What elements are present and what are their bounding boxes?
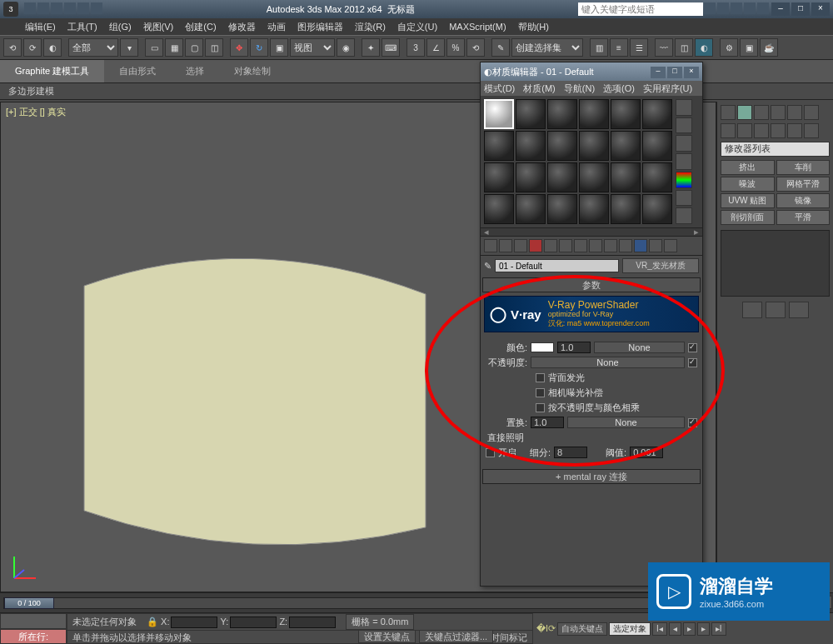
render-icon[interactable]: ☕: [760, 38, 778, 57]
select-icon[interactable]: ▭: [145, 38, 163, 57]
material-slot[interactable]: [579, 131, 609, 161]
menu-item[interactable]: 帮助(H): [518, 21, 549, 33]
time-slider-thumb[interactable]: 0 / 100: [4, 597, 54, 609]
material-slot[interactable]: [642, 131, 672, 161]
direct-on-checkbox[interactable]: [486, 448, 495, 457]
hierarchy-tab-icon[interactable]: [754, 105, 769, 120]
material-slot[interactable]: [611, 162, 641, 192]
show-end-result-icon[interactable]: [619, 239, 632, 252]
create-tab-icon[interactable]: [721, 105, 736, 120]
pivot-icon[interactable]: ◉: [337, 38, 355, 57]
material-slot-grid[interactable]: [484, 99, 672, 224]
window-crossing-icon[interactable]: ◫: [205, 38, 223, 57]
material-slot[interactable]: [611, 194, 641, 224]
region-rect-icon[interactable]: ▢: [185, 38, 203, 57]
unlink-icon[interactable]: ⟳: [23, 38, 42, 57]
background-icon[interactable]: [676, 135, 692, 152]
keyfilter-button[interactable]: 关键点过滤器...: [419, 630, 493, 643]
menu-item[interactable]: 组(G): [109, 21, 132, 33]
me-menu-item[interactable]: 导航(N): [564, 82, 595, 95]
color-map-button[interactable]: None: [594, 342, 685, 353]
prev-frame-icon[interactable]: ◂: [669, 622, 681, 636]
select-name-icon[interactable]: ▦: [165, 38, 183, 57]
go-parent-icon[interactable]: [634, 239, 647, 252]
qat[interactable]: [23, 2, 103, 16]
selection-scope-dropdown[interactable]: 全部: [68, 38, 118, 57]
material-slot[interactable]: [579, 99, 609, 129]
exposure-checkbox[interactable]: [536, 388, 545, 397]
move-icon[interactable]: ✥: [230, 38, 248, 57]
go-sibling-icon[interactable]: [649, 239, 662, 252]
tab-graphite[interactable]: Graphite 建模工具: [0, 60, 104, 82]
multbyopacity-checkbox[interactable]: [536, 403, 545, 412]
opacity-map-button[interactable]: None: [531, 357, 685, 368]
spinner-snap-icon[interactable]: ⟲: [466, 38, 485, 57]
goto-start-icon[interactable]: І◂: [652, 622, 667, 636]
utilities-tab-icon[interactable]: [804, 105, 819, 120]
sample-type-icon[interactable]: [676, 99, 692, 116]
tab-selection[interactable]: 选择: [171, 60, 219, 82]
material-slot[interactable]: [611, 131, 641, 161]
menu-item[interactable]: 图形编辑器: [297, 21, 343, 33]
delete-icon[interactable]: [529, 239, 542, 252]
color-map-enable-checkbox[interactable]: [688, 343, 697, 352]
material-editor-menu[interactable]: 模式(D)材质(M)导航(N)选项(O)实用程序(U): [481, 81, 702, 96]
material-name-input[interactable]: [495, 259, 619, 272]
displace-spinner[interactable]: 1.0: [531, 417, 564, 428]
eyedropper-icon[interactable]: ✎: [484, 261, 491, 272]
threshold-spinner[interactable]: 0.001: [630, 447, 663, 458]
scale-icon[interactable]: ▣: [270, 38, 288, 57]
material-slot[interactable]: [516, 194, 546, 224]
help-search-input[interactable]: [578, 2, 703, 16]
schematic-icon[interactable]: ◫: [675, 38, 693, 57]
opacity-map-enable-checkbox[interactable]: [688, 358, 697, 367]
transform-type-in[interactable]: 🔒 X: Y: Z:: [147, 615, 336, 629]
y-input[interactable]: [230, 617, 277, 628]
play-icon[interactable]: ▸: [683, 622, 696, 636]
close-icon[interactable]: ×: [684, 67, 699, 78]
me-menu-item[interactable]: 实用程序(U): [643, 82, 692, 95]
material-slot[interactable]: [547, 162, 577, 192]
named-sel-dropdown[interactable]: 创建选择集: [511, 38, 583, 57]
backlight-icon[interactable]: [676, 117, 692, 134]
material-slot[interactable]: [484, 99, 514, 129]
displace-enable-checkbox[interactable]: [688, 418, 697, 427]
me-menu-item[interactable]: 选项(O): [603, 82, 635, 95]
material-editor-window[interactable]: ◐ 材质编辑器 - 01 - Default –□× 模式(D)材质(M)导航(…: [480, 62, 703, 587]
material-toolbar[interactable]: [481, 236, 702, 256]
material-slot[interactable]: [484, 131, 514, 161]
material-slot[interactable]: [484, 162, 514, 192]
menu-item[interactable]: MAXScript(M): [449, 22, 506, 32]
edit-named-sel-icon[interactable]: ✎: [491, 38, 510, 57]
material-slot-sidebar[interactable]: [676, 99, 692, 224]
curve-editor-icon[interactable]: 〰: [655, 38, 673, 57]
maximize-icon[interactable]: □: [667, 67, 682, 78]
command-panel[interactable]: 修改器列表 挤出车削噪波网格平滑UVW 贴图镜像剖切剖面平滑: [716, 102, 833, 592]
filter-icon[interactable]: ▾: [120, 38, 138, 57]
menu-item[interactable]: 自定义(U): [397, 21, 437, 33]
setkey-button[interactable]: 设置关键点: [358, 630, 416, 643]
pick-icon[interactable]: [664, 239, 677, 252]
mirror-icon[interactable]: ▥: [590, 38, 608, 57]
ref-coord-dropdown[interactable]: 视图: [290, 38, 335, 57]
layers-icon[interactable]: ☰: [630, 38, 648, 57]
window-buttons[interactable]: –□×: [770, 2, 830, 16]
manip-icon[interactable]: ✦: [362, 38, 380, 57]
displace-map-button[interactable]: None: [567, 417, 685, 428]
get-material-icon[interactable]: [484, 239, 497, 252]
viewport-label[interactable]: [+] 正交 [] 真实: [6, 106, 66, 118]
material-slot[interactable]: [642, 194, 672, 224]
show-map-icon[interactable]: [604, 239, 617, 252]
ribbon-tabs[interactable]: Graphite 建模工具 自由形式 选择 对象绘制: [0, 60, 833, 83]
tab-paint[interactable]: 对象绘制: [219, 60, 286, 82]
material-type-button[interactable]: VR_发光材质: [622, 258, 699, 273]
current-line-button[interactable]: 所在行:: [0, 629, 67, 645]
subdiv-spinner[interactable]: 8: [554, 447, 587, 458]
me-menu-item[interactable]: 材质(M): [523, 82, 556, 95]
modifier-buttons[interactable]: 挤出车削噪波网格平滑UVW 贴图镜像剖切剖面平滑: [721, 160, 830, 225]
stack-controls[interactable]: [721, 302, 830, 318]
me-menu-item[interactable]: 模式(D): [484, 82, 515, 95]
material-slot[interactable]: [547, 99, 577, 129]
put-to-lib-icon[interactable]: [574, 239, 587, 252]
material-slot[interactable]: [516, 162, 546, 192]
